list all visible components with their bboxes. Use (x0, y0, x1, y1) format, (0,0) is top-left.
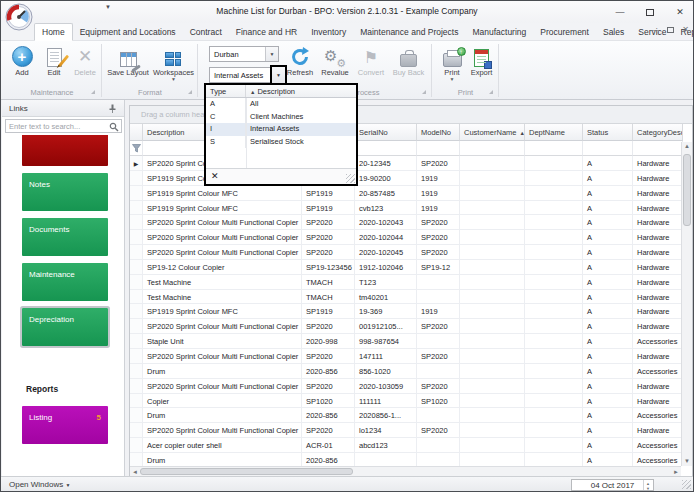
cell-hidden-column[interactable]: SP1919 (302, 304, 355, 319)
cell-deptname[interactable] (525, 290, 583, 305)
cell-categorydesc[interactable]: Accessories (633, 438, 683, 453)
add-button[interactable]: + Add (7, 43, 37, 87)
cell-hidden-column[interactable]: SP2020 (302, 230, 355, 245)
horizontal-scroll-thumb[interactable] (140, 468, 353, 475)
table-row[interactable]: SP2020 Sprint Colour Multi Functional Co… (130, 319, 692, 334)
cell-status[interactable]: A (583, 319, 633, 334)
links-search-input[interactable] (9, 121, 107, 132)
cell-deptname[interactable] (525, 230, 583, 245)
cell-customername[interactable] (460, 334, 525, 349)
scroll-down-icon[interactable]: ▼ (682, 457, 692, 466)
type-option-serialised-stock[interactable]: SSerialised Stock (206, 136, 356, 149)
cell-deptname[interactable] (525, 245, 583, 260)
link-warranties[interactable]: Warranties (22, 135, 108, 166)
cell-customername[interactable] (460, 230, 525, 245)
cell-hidden-column[interactable]: SP2020 (302, 319, 355, 334)
maintenance-dialog-launcher-icon[interactable] (91, 90, 95, 94)
cell-deptname[interactable] (525, 201, 583, 216)
cell-modelno[interactable] (417, 290, 460, 305)
vertical-scrollbar[interactable]: ▲ ▼ (681, 142, 692, 466)
cell-categorydesc[interactable]: Hardware (633, 215, 683, 230)
cell-categorydesc[interactable]: Hardware (633, 156, 683, 171)
cell-categorydesc[interactable]: Hardware (633, 349, 683, 364)
cell-modelno[interactable]: SP2020 (417, 245, 460, 260)
cell-deptname[interactable] (525, 379, 583, 394)
print-dialog-launcher-icon[interactable] (489, 90, 493, 94)
cell-hidden-column[interactable]: 2020-856 (302, 408, 355, 423)
cell-customername[interactable] (460, 394, 525, 409)
tab-contract[interactable]: Contract (183, 23, 229, 41)
table-row[interactable]: Drum2020-856AAccessories (130, 453, 692, 466)
cell-serialno[interactable]: 147111 (355, 349, 417, 364)
cell-status[interactable]: A (583, 334, 633, 349)
cell-modelno[interactable] (417, 275, 460, 290)
cell-categorydesc[interactable]: Hardware (633, 423, 683, 438)
cell-status[interactable]: A (583, 364, 633, 379)
cell-categorydesc[interactable]: Hardware (633, 171, 683, 186)
cell-modelno[interactable]: 1919 (417, 201, 460, 216)
cell-deptname[interactable] (525, 438, 583, 453)
cell-modelno[interactable]: SP2020 (417, 423, 460, 438)
filter-cell-serialno[interactable] (355, 141, 417, 156)
col-header-categorydesc[interactable]: CategoryDesc (633, 124, 683, 141)
cell-categorydesc[interactable]: Hardware (633, 186, 683, 201)
cell-deptname[interactable] (525, 260, 583, 275)
cell-hidden-column[interactable]: ACR-01 (302, 438, 355, 453)
cell-serialno[interactable]: lo1234 (355, 423, 417, 438)
asset-type-combobox[interactable]: Internal Assets (209, 67, 271, 83)
cell-hidden-column[interactable]: SP19-123456 (302, 260, 355, 275)
cell-description[interactable]: Test Machine (143, 275, 302, 290)
cell-hidden-column[interactable]: SP2020 (302, 379, 355, 394)
cell-serialno[interactable]: 2020856-1... (355, 408, 417, 423)
cell-customername[interactable] (460, 290, 525, 305)
cell-customername[interactable] (460, 171, 525, 186)
cell-categorydesc[interactable]: Hardware (633, 260, 683, 275)
cell-description[interactable]: SP1919 Sprint Colour MFC (143, 201, 302, 216)
cell-hidden-column[interactable]: 2020-856 (302, 364, 355, 379)
cell-deptname[interactable] (525, 186, 583, 201)
cell-deptname[interactable] (525, 171, 583, 186)
branch-combobox[interactable]: Durban ▼ (209, 46, 279, 62)
cell-serialno[interactable]: 2020-102043 (355, 215, 417, 230)
col-header-status[interactable]: Status (583, 124, 633, 141)
table-row[interactable]: SP2020 Sprint Colour Multi Functional Co… (130, 349, 692, 364)
tab-procurement[interactable]: Procurement (533, 23, 596, 41)
window-resize-grip[interactable] (682, 480, 691, 489)
table-row[interactable]: SP2020 Sprint Colour Multi Functional Co… (130, 423, 692, 438)
popup-col-description[interactable]: ▲Description (246, 85, 356, 97)
cell-serialno[interactable]: tm40201 (355, 290, 417, 305)
cell-description[interactable]: Copier (143, 394, 302, 409)
cell-modelno[interactable] (417, 334, 460, 349)
col-header-serialno[interactable]: SerialNo (355, 124, 417, 141)
cell-deptname[interactable] (525, 156, 583, 171)
cell-customername[interactable] (460, 379, 525, 394)
cell-description[interactable]: SP2020 Sprint Colour Multi Functional Co… (143, 319, 302, 334)
cell-description[interactable]: SP2020 Sprint Colour Multi Functional Co… (143, 215, 302, 230)
maximize-button[interactable] (641, 4, 659, 20)
cell-deptname[interactable] (525, 215, 583, 230)
cell-status[interactable]: A (583, 275, 633, 290)
cell-serialno[interactable]: 2020-102045 (355, 245, 417, 260)
print-button[interactable]: ↑ Print ▼ (438, 43, 466, 87)
cell-hidden-column[interactable]: TMACH (302, 275, 355, 290)
cell-modelno[interactable] (417, 364, 460, 379)
cell-modelno[interactable]: SP2020 (417, 319, 460, 334)
workspaces-button[interactable]: Workspaces ▼ (152, 43, 195, 87)
table-row[interactable]: SP2020 Sprint Colour Multi Functional Co… (130, 379, 692, 394)
cell-status[interactable]: A (583, 394, 633, 409)
cell-serialno[interactable]: abcd123 (355, 438, 417, 453)
cell-modelno[interactable]: SP2020 (417, 156, 460, 171)
cell-hidden-column[interactable]: SP2020 (302, 245, 355, 260)
pin-icon[interactable] (108, 104, 117, 113)
cell-categorydesc[interactable]: Hardware (633, 230, 683, 245)
cell-categorydesc[interactable]: Accessories (633, 453, 683, 466)
cell-description[interactable]: Drum (143, 408, 302, 423)
export-button[interactable]: Export (467, 43, 496, 87)
vertical-scroll-thumb[interactable] (683, 154, 691, 226)
cell-status[interactable]: A (583, 423, 633, 438)
cell-status[interactable]: A (583, 349, 633, 364)
cell-description[interactable]: Acer copier outer shell (143, 438, 302, 453)
cell-serialno[interactable]: 19-369 (355, 304, 417, 319)
table-row[interactable]: Test MachineTMACHT123AHardware (130, 275, 692, 290)
cell-serialno[interactable]: 20-12345 (355, 156, 417, 171)
